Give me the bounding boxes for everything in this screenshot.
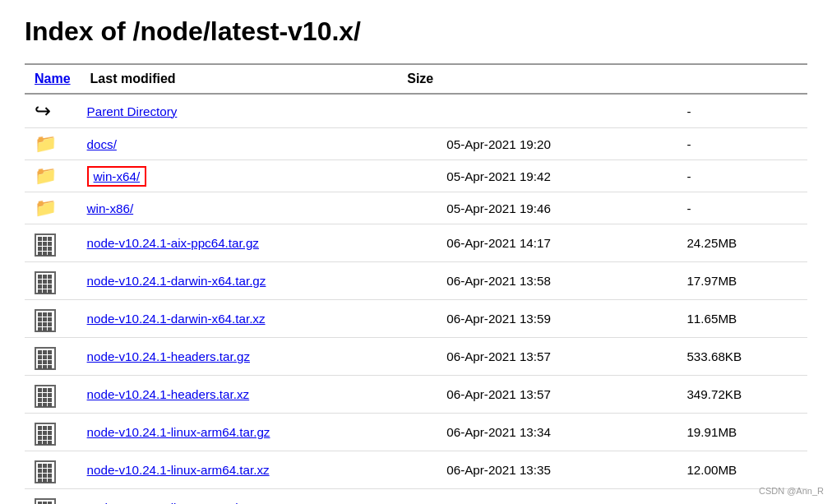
table-row: 📁docs/05-Apr-2021 19:20- [25, 128, 807, 160]
watermark: CSDN @Ann_R [759, 486, 824, 496]
modified-cell: 06-Apr-2021 13:34 [397, 414, 654, 451]
file-link[interactable]: node-v10.24.1-darwin-x64.tar.gz [87, 274, 266, 288]
file-icon [35, 309, 56, 332]
table-row: node-v10.24.1-darwin-x64.tar.gz06-Apr-20… [25, 262, 807, 300]
modified-cell: 06-Apr-2021 13:59 [397, 300, 654, 338]
page-title: Index of /node/latest-v10.x/ [25, 16, 807, 47]
file-link[interactable]: node-v10.24.1-linux-armv6l.tar.gz [87, 501, 272, 504]
modified-cell: 06-Apr-2021 13:35 [397, 451, 654, 489]
modified-cell: 06-Apr-2021 13:58 [397, 262, 654, 300]
file-listing-table: Name Last modified Size ↩Parent Director… [25, 63, 807, 504]
icon-cell [25, 414, 81, 451]
modified-cell: 05-Apr-2021 19:20 [397, 128, 654, 160]
name-cell: node-v10.24.1-linux-armv6l.tar.gz [81, 489, 398, 505]
name-cell: node-v10.24.1-linux-arm64.tar.xz [81, 451, 398, 489]
size-cell: - [654, 160, 807, 192]
modified-cell: 05-Apr-2021 19:42 [397, 160, 654, 192]
table-row: node-v10.24.1-headers.tar.gz06-Apr-2021 … [25, 338, 807, 376]
table-row: 📁win-x64/05-Apr-2021 19:42- [25, 160, 807, 192]
name-cell: node-v10.24.1-darwin-x64.tar.xz [81, 300, 398, 338]
file-icon [35, 498, 56, 504]
name-sort-link[interactable]: Name [35, 72, 71, 86]
column-header-modified: Last modified [81, 64, 398, 94]
name-cell: Parent Directory [81, 94, 398, 128]
size-cell: 349.72KB [654, 376, 807, 414]
file-link[interactable]: node-v10.24.1-headers.tar.xz [87, 387, 250, 401]
table-row: node-v10.24.1-linux-armv6l.tar.gz06-Apr-… [25, 489, 807, 505]
icon-cell: 📁 [25, 160, 81, 192]
icon-cell [25, 224, 81, 262]
file-link[interactable]: node-v10.24.1-linux-arm64.tar.gz [87, 425, 270, 439]
file-link[interactable]: win-x86/ [87, 201, 134, 215]
icon-cell: ↩ [25, 94, 81, 128]
modified-cell: 06-Apr-2021 13:57 [397, 338, 654, 376]
table-row: node-v10.24.1-aix-ppc64.tar.gz06-Apr-202… [25, 224, 807, 262]
file-icon [35, 234, 56, 257]
folder-icon: 📁 [35, 197, 57, 219]
modified-cell [397, 94, 654, 128]
icon-cell [25, 489, 81, 505]
file-icon [35, 423, 56, 446]
icon-cell [25, 262, 81, 300]
file-link[interactable]: node-v10.24.1-darwin-x64.tar.xz [87, 312, 266, 326]
folder-icon: 📁 [35, 165, 57, 187]
file-link[interactable]: node-v10.24.1-headers.tar.gz [87, 349, 250, 363]
size-cell: - [654, 192, 807, 224]
icon-cell [25, 376, 81, 414]
file-icon [35, 460, 56, 483]
size-cell: 17.97MB [654, 262, 807, 300]
file-icon [35, 347, 56, 370]
table-row: node-v10.24.1-linux-arm64.tar.xz06-Apr-2… [25, 451, 807, 489]
name-cell: win-x64/ [81, 160, 398, 192]
table-row: node-v10.24.1-darwin-x64.tar.xz06-Apr-20… [25, 300, 807, 338]
name-cell: node-v10.24.1-darwin-x64.tar.gz [81, 262, 398, 300]
column-header-name: Name [25, 64, 81, 94]
name-cell: node-v10.24.1-aix-ppc64.tar.gz [81, 224, 398, 262]
name-cell: win-x86/ [81, 192, 398, 224]
folder-icon: 📁 [35, 133, 57, 155]
name-cell: node-v10.24.1-headers.tar.xz [81, 376, 398, 414]
size-cell: - [654, 94, 807, 128]
icon-cell: 📁 [25, 128, 81, 160]
icon-cell [25, 300, 81, 338]
name-cell: node-v10.24.1-linux-arm64.tar.gz [81, 414, 398, 451]
modified-cell: 06-Apr-2021 13:39 [397, 489, 654, 505]
table-row: node-v10.24.1-headers.tar.xz06-Apr-2021 … [25, 376, 807, 414]
table-row: ↩Parent Directory- [25, 94, 807, 128]
icon-cell [25, 338, 81, 376]
size-cell: - [654, 128, 807, 160]
table-row: node-v10.24.1-linux-arm64.tar.gz06-Apr-2… [25, 414, 807, 451]
file-icon [35, 385, 56, 408]
file-link[interactable]: win-x64/ [87, 166, 147, 187]
file-link[interactable]: docs/ [87, 137, 117, 151]
file-icon [35, 271, 56, 294]
size-cell: 533.68KB [654, 338, 807, 376]
name-cell: node-v10.24.1-headers.tar.gz [81, 338, 398, 376]
icon-cell: 📁 [25, 192, 81, 224]
modified-cell: 06-Apr-2021 13:57 [397, 376, 654, 414]
modified-cell: 06-Apr-2021 14:17 [397, 224, 654, 262]
table-row: 📁win-x86/05-Apr-2021 19:46- [25, 192, 807, 224]
size-cell: 24.25MB [654, 224, 807, 262]
file-link[interactable]: Parent Directory [87, 104, 178, 118]
size-cell: 19.91MB [654, 414, 807, 451]
back-icon: ↩ [35, 99, 51, 123]
table-header-row: Name Last modified Size [25, 64, 807, 94]
name-cell: docs/ [81, 128, 398, 160]
file-link[interactable]: node-v10.24.1-aix-ppc64.tar.gz [87, 236, 259, 250]
icon-cell [25, 451, 81, 489]
size-cell: 12.00MB [654, 451, 807, 489]
file-link[interactable]: node-v10.24.1-linux-arm64.tar.xz [87, 463, 270, 477]
modified-cell: 05-Apr-2021 19:46 [397, 192, 654, 224]
column-header-size: Size [397, 64, 654, 94]
size-cell: 11.65MB [654, 300, 807, 338]
